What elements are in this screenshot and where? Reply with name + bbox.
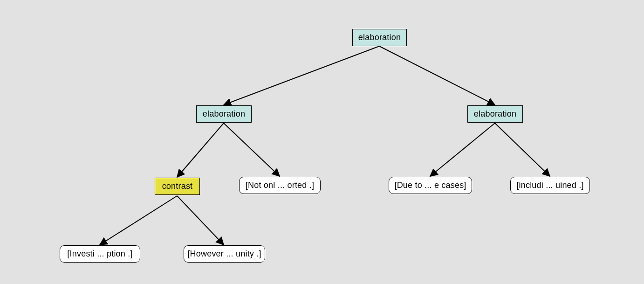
leaf-however[interactable]: [However ... unity .]: [184, 245, 265, 263]
tree-diagram: elaboration elaboration elaboration cont…: [0, 0, 644, 284]
node-label: [includi ... uined .]: [516, 180, 583, 190]
leaf-not-onl[interactable]: [Not onl ... orted .]: [239, 177, 321, 194]
node-label: elaboration: [203, 109, 245, 119]
edge: [224, 123, 280, 176]
node-label: [Investi ... ption .]: [67, 249, 132, 259]
node-label: elaboration: [474, 109, 516, 119]
edge: [177, 123, 224, 177]
leaf-includi[interactable]: [includi ... uined .]: [510, 177, 590, 194]
node-label: elaboration: [358, 33, 401, 42]
node-label: [Not onl ... orted .]: [246, 180, 314, 190]
node-label: [However ... unity .]: [187, 249, 261, 259]
leaf-due-to[interactable]: [Due to ... e cases]: [389, 177, 472, 194]
edge: [224, 46, 379, 105]
edge: [495, 123, 550, 176]
edge: [430, 123, 495, 176]
node-left-elaboration[interactable]: elaboration: [196, 105, 252, 123]
node-right-elaboration[interactable]: elaboration: [467, 105, 523, 123]
edge: [379, 46, 495, 105]
node-root-elaboration[interactable]: elaboration: [352, 29, 407, 46]
edge: [100, 196, 177, 245]
edge-layer: [0, 0, 644, 284]
node-contrast[interactable]: contrast: [155, 178, 200, 195]
leaf-investi[interactable]: [Investi ... ption .]: [60, 245, 140, 263]
node-label: contrast: [162, 181, 193, 191]
edge: [177, 196, 224, 245]
node-label: [Due to ... e cases]: [394, 180, 466, 190]
